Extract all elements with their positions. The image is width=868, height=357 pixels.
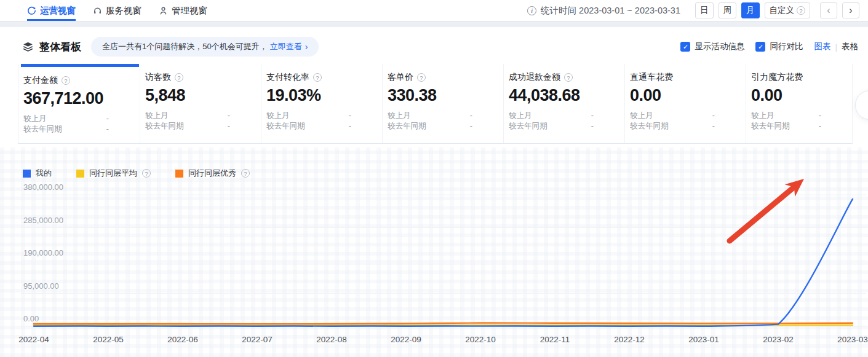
legend-swatch-orange [175,170,183,178]
metric-value: 330.38 [388,86,472,105]
compare-label: 较上月 [23,114,47,124]
svg-text:0.00: 0.00 [23,314,39,323]
svg-text:2022-05: 2022-05 [93,335,124,344]
page-title: 整体看板 [39,40,81,54]
help-icon[interactable]: ? [313,73,322,82]
metric-value: 367,712.00 [23,89,109,108]
stat-time: i 统计时间 2023-03-01 ~ 2023-03-31 [527,5,680,17]
compare-label: 较去年同期 [509,121,547,131]
metric-card-refund-amount[interactable]: 成功退款金额? 44,038.68 较上月- 较去年同期- [503,64,624,143]
metric-card-conversion-rate[interactable]: 支付转化率? 19.03% 较上月- 较去年同期- [261,64,382,143]
legend-item-mine[interactable]: 我的 [23,168,52,179]
tab-operations-view[interactable]: 运营视窗 [27,0,76,21]
metric-card-avg-order-value[interactable]: 客单价? 330.38 较上月- 较去年同期- [382,64,503,143]
legend-label: 同行同层优秀 [188,168,236,179]
svg-text:380,000.00: 380,000.00 [23,182,63,192]
compare-label: 较上月 [509,111,532,121]
svg-text:2022-12: 2022-12 [614,335,645,344]
svg-text:2022-09: 2022-09 [391,335,421,344]
chevron-left-icon[interactable]: ‹ [820,2,837,18]
help-icon[interactable]: ? [62,76,70,85]
view-toggle-separator: | [835,42,837,52]
metric-value: 44,038.68 [509,86,594,105]
arrow-right-icon[interactable]: › [305,42,308,52]
legend-item-peer-average[interactable]: 同行同层平均 ? [76,168,151,179]
metric-card-ztc-spend[interactable]: 直通车花费 0.00 较上月- 较去年同期- [624,64,746,143]
compare-value: - [819,111,821,121]
compare-label: 较去年同期 [23,124,62,135]
view-toggle: 图表 | 表格 [814,41,858,52]
svg-text:2022-06: 2022-06 [167,335,198,344]
svg-text:2022-11: 2022-11 [540,335,570,344]
layers-icon [22,41,34,53]
svg-text:95,000.00: 95,000.00 [23,281,59,291]
board-header: 整体看板 全店一共有1个问题待解决，50个机会可提升， 立即查看 › ✓ 显示活… [0,27,868,64]
board-title: 整体看板 [22,40,81,54]
compare-value: - [591,111,594,121]
help-icon[interactable]: ? [142,169,151,178]
trend-line-chart[interactable]: 0.0095,000.00190,000.00285,000.00380,000… [0,166,868,357]
svg-text:2022-10: 2022-10 [465,335,496,344]
help-icon[interactable]: ? [564,73,573,82]
help-icon[interactable]: ? [241,169,250,178]
help-icon[interactable]: ? [175,73,183,82]
compare-value: - [470,111,472,121]
svg-text:2023-03: 2023-03 [837,335,868,344]
compare-label: 较上月 [751,111,774,121]
metric-card-payment-amount[interactable]: 支付金额? 367,712.00 较上月- 较去年同期- [18,64,140,143]
svg-text:2022-07: 2022-07 [242,335,273,344]
section-divider [0,21,868,27]
compare-label: 较上月 [266,111,290,121]
metric-label: 客单价 [388,72,413,83]
stat-time-text: 统计时间 2023-03-01 ~ 2023-03-31 [541,5,680,17]
service-view-icon [93,6,102,15]
metric-label: 支付转化率 [266,72,309,83]
chart-view-link[interactable]: 图表 [814,41,830,52]
legend-label: 我的 [36,168,52,179]
show-activity-checkbox[interactable]: ✓ 显示活动信息 [680,41,744,52]
compare-value: - [349,121,351,131]
tab-label: 运营视窗 [40,5,76,17]
metric-value: 0.00 [751,86,821,105]
period-day-button[interactable]: 日 [695,2,714,18]
management-view-icon [159,6,168,15]
compare-label: 较上月 [388,111,411,121]
svg-text:285,000.00: 285,000.00 [23,216,63,225]
legend-item-peer-excellent[interactable]: 同行同层优秀 ? [175,168,250,179]
chevron-right-icon[interactable]: › [842,2,859,18]
period-month-button[interactable]: 月 [741,2,760,18]
compare-label: 较去年同期 [145,121,184,131]
metric-label: 成功退款金额 [509,72,560,83]
tab-management-view[interactable]: 管理视窗 [159,0,207,21]
nav-right-controls: i 统计时间 2023-03-01 ~ 2023-03-31 日 周 月 自定义… [527,2,859,18]
period-custom-button[interactable]: 自定义 ? [765,2,811,18]
metric-card-ylmf-spend[interactable]: 引力魔方花费 0.00 较上月- 较去年同期- [746,64,852,143]
period-week-button[interactable]: 周 [719,2,737,18]
compare-label: 较去年同期 [388,121,426,131]
help-icon: ? [797,6,805,15]
compare-label: 较上月 [145,111,169,121]
metric-label: 访客数 [145,72,171,83]
metric-label: 支付金额 [23,75,58,86]
help-icon[interactable]: ? [417,73,426,82]
peer-compare-checkbox[interactable]: ✓ 同行对比 [755,41,803,52]
operations-view-icon [27,6,36,15]
checkbox-label: 同行对比 [770,41,803,52]
metric-card-visitors[interactable]: 访客数? 5,848 较上月- 较去年同期- [140,64,261,143]
floating-widget-circle[interactable] [855,90,868,120]
svg-text:2022-04: 2022-04 [18,335,49,344]
svg-text:2022-08: 2022-08 [316,335,347,344]
view-now-link[interactable]: 立即查看 [270,41,302,52]
compare-value: - [591,121,594,131]
compare-value: - [106,124,109,135]
compare-label: 较去年同期 [630,121,669,131]
compare-value: - [470,121,472,131]
checkbox-checked-icon: ✓ [755,42,765,52]
metric-label: 直通车花费 [630,72,673,83]
compare-label: 较上月 [630,111,653,121]
compare-value: - [819,121,821,131]
table-view-link[interactable]: 表格 [842,41,858,52]
legend-label: 同行同层平均 [89,168,137,179]
compare-value: - [712,111,715,121]
tab-service-view[interactable]: 服务视窗 [93,0,141,21]
